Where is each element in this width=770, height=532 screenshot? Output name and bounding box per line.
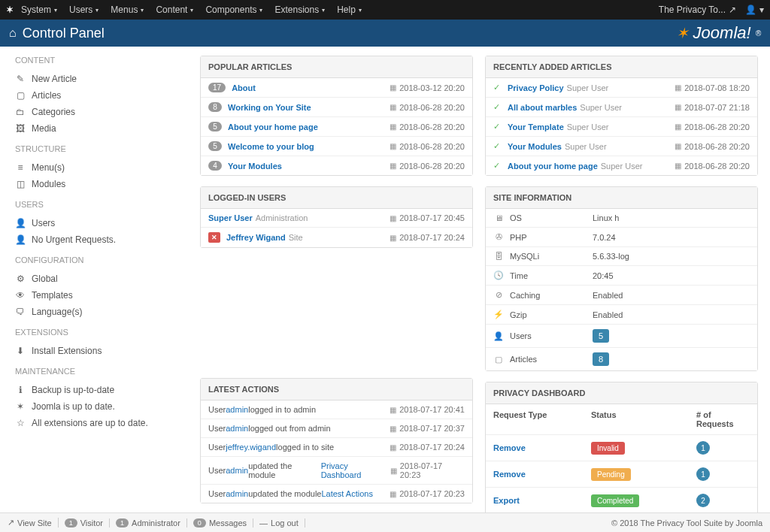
article-link[interactable]: Working on Your Site [228,103,311,112]
check-icon: ✓ [493,161,500,171]
info-value: 7.0.24 [593,233,616,242]
joomla-icon: ✶ [6,5,14,15]
sidebar-item[interactable]: 👤Users [15,215,173,231]
info-row: 👤Users5 [486,325,757,348]
date-text: 2018-06-28 20:20 [399,162,465,171]
date-text: 2018-07-17 20:45 [399,213,465,222]
footer-admin[interactable]: 1Administrator [116,518,187,527]
sidebar-item[interactable]: 👤No Urgent Requests. [15,231,173,248]
article-link[interactable]: Your Modules [228,162,282,171]
joomla-logo-icon: ✶ [676,24,689,42]
sidebar-item[interactable]: ℹBackup is up-to-date [15,382,173,398]
x-icon[interactable]: ✕ [208,232,220,243]
menu-help[interactable]: Help▾ [337,5,362,15]
date-text: 2018-03-12 20:20 [399,83,465,92]
menu-components[interactable]: Components▾ [205,5,262,15]
menu-system[interactable]: System▾ [21,5,57,15]
sidebar-item[interactable]: 👁Templates [15,287,173,304]
request-type-link[interactable]: Remove [493,443,591,452]
nav-icon: 👤 [15,234,26,245]
sidebar-item[interactable]: ✎New Article [15,71,173,87]
action-module-link[interactable]: Latest Actions [321,489,373,498]
info-row: ⊘CachingEnabled [486,286,757,305]
nav-label: Categories [32,107,75,117]
article-link[interactable]: About your home page [228,122,318,131]
user-menu[interactable]: 👤▾ [745,5,764,15]
panel-title: SITE INFORMATION [486,187,757,209]
menu-menus[interactable]: Menus▾ [111,5,144,15]
popular-row: 17About▦2018-03-12 20:20 [201,78,472,98]
footer-messages[interactable]: 0Messages [193,518,253,527]
nav-label: Media [32,123,56,134]
sidebar-section-title: CONTENT [15,56,173,65]
recent-row: ✓Your ModulesSuper User▦2018-06-28 20:20 [486,137,757,156]
recent-articles-panel: RECENTLY ADDED ARTICLES ✓Privacy PolicyS… [485,56,758,176]
article-link[interactable]: All about marbles [508,103,577,112]
action-user-link[interactable]: admin [226,466,248,475]
action-user-link[interactable]: jeffrey.wigand [226,443,276,452]
date-text: 2018-07-07 21:18 [684,103,750,112]
nav-label: Users [32,218,55,228]
info-icon: 👤 [493,331,504,341]
status-badge: Invalid [591,442,625,455]
action-module-link[interactable]: Privacy Dashboard [321,461,390,479]
latest-actions-panel: LATEST ACTIONS User admin logged in to a… [200,378,473,503]
info-label: OS [510,213,593,222]
view-site-link[interactable]: ↗View Site [8,518,59,527]
request-count-badge: 1 [696,441,710,455]
sidebar-item[interactable]: ◫Modules [15,176,173,192]
action-user-link[interactable]: admin [226,424,248,433]
date-text: 2018-07-17 20:23 [400,461,465,479]
sidebar-item[interactable]: 🗨Language(s) [15,304,173,320]
article-link[interactable]: Welcome to your blog [228,142,314,151]
article-link[interactable]: About your home page [508,162,598,171]
article-link[interactable]: Your Template [508,122,564,131]
sidebar-item[interactable]: ✶Joomla is up to date. [15,398,173,415]
request-type-link[interactable]: Export [493,496,591,505]
sidebar-item[interactable]: 🗀Categories [15,104,173,120]
sidebar-item[interactable]: ▢Articles [15,87,173,104]
article-link[interactable]: Your Modules [508,142,562,151]
external-icon: ↗ [8,518,14,527]
date-text: 2018-06-28 20:20 [399,142,465,151]
calendar-icon: ▦ [390,425,396,433]
sidebar-item[interactable]: ☆All extensions are up to date. [15,415,173,431]
action-text: updated the module [248,489,321,498]
sidebar-item[interactable]: ⚙Global [15,271,173,287]
sidebar-item[interactable]: ≡Menu(s) [15,159,173,176]
nav-icon: 👤 [15,218,26,228]
site-name-link[interactable]: The Privacy To... ↗ [659,5,736,15]
panel-title: POPULAR ARTICLES [201,56,472,78]
footer-visitor[interactable]: 1Visitor [65,518,110,527]
date-text: 2018-07-17 20:24 [399,233,465,242]
action-user-link[interactable]: admin [226,489,248,498]
user-row: Super UserAdministration▦2018-07-17 20:4… [201,209,472,228]
sidebar-item[interactable]: ⬇Install Extensions [15,343,173,359]
calendar-icon: ▦ [675,122,681,131]
menu-content[interactable]: Content▾ [156,5,193,15]
article-link[interactable]: About [232,83,256,92]
hit-count-badge: 5 [208,122,222,131]
info-value: 5.6.33-log [593,252,629,261]
action-text: updated the module [248,461,320,479]
request-type-link[interactable]: Remove [493,470,591,479]
user-link[interactable]: Jeffrey Wigand [226,233,286,242]
action-text: User [208,466,226,475]
article-link[interactable]: Privacy Policy [508,83,564,92]
action-text: User [208,405,226,414]
menu-users[interactable]: Users▾ [69,5,99,15]
author-text: Super User [567,83,609,92]
nav-icon: ⚙ [15,274,26,284]
sidebar-section-title: EXTENSIONS [15,328,173,337]
privacy-row: RemoveInvalid1 [486,435,757,461]
logout-link[interactable]: — Log out [259,518,305,527]
user-link[interactable]: Super User [208,213,253,222]
action-text: logged in to admin [248,405,316,414]
action-user-link[interactable]: admin [226,405,248,414]
menu-extensions[interactable]: Extensions▾ [274,5,325,15]
date-text: 2018-06-28 20:20 [684,122,750,131]
nav-label: All extensions are up to date. [32,418,148,428]
sidebar-item[interactable]: 🖾Media [15,120,173,137]
sidebar-section-title: MAINTENANCE [15,367,173,376]
sidebar-section-title: CONFIGURATION [15,255,173,264]
